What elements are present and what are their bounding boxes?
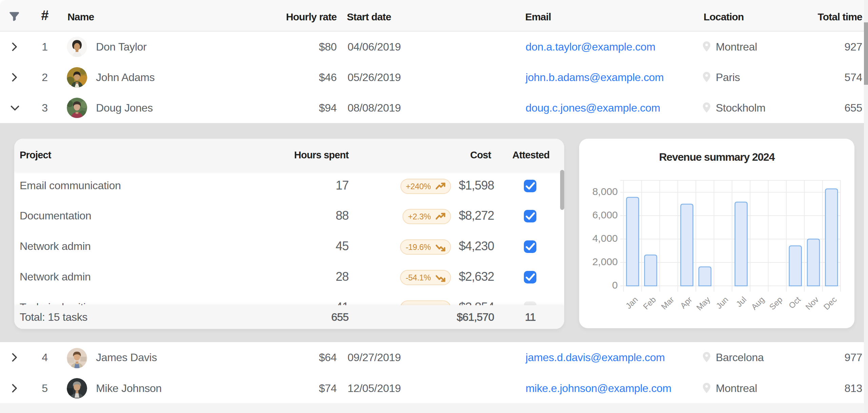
svg-text:Nov: Nov	[804, 295, 820, 311]
svg-text:Jun: Jun	[714, 295, 730, 310]
svg-text:Aug: Aug	[749, 295, 766, 311]
svg-text:0: 0	[612, 279, 618, 291]
svg-text:4,000: 4,000	[592, 233, 618, 244]
svg-text:Feb: Feb	[641, 295, 657, 311]
svg-text:Sep: Sep	[768, 295, 784, 311]
svg-text:Oct: Oct	[787, 295, 803, 310]
svg-text:8,000: 8,000	[592, 186, 618, 197]
svg-text:6,000: 6,000	[592, 209, 618, 220]
svg-text:Mar: Mar	[659, 295, 676, 311]
svg-text:Dec: Dec	[822, 295, 839, 311]
svg-text:Apr: Apr	[678, 295, 694, 310]
svg-text:Jul: Jul	[734, 295, 748, 309]
svg-text:2,000: 2,000	[592, 256, 618, 267]
svg-text:May: May	[694, 295, 712, 312]
svg-text:Jan: Jan	[624, 295, 639, 310]
